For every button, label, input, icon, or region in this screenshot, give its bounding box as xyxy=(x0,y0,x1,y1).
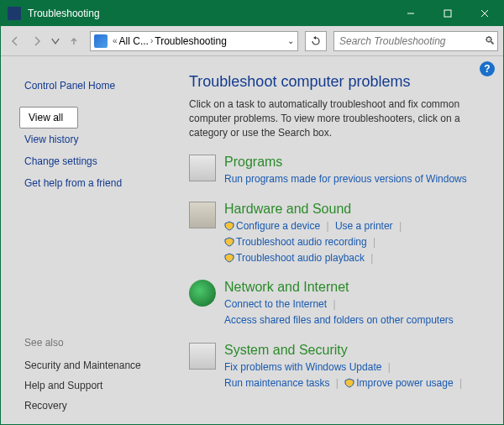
programs-icon xyxy=(189,155,216,181)
control-panel-icon xyxy=(94,34,108,48)
power-usage-link[interactable]: Improve power usage xyxy=(356,377,453,389)
view-history-link[interactable]: View history xyxy=(24,129,169,150)
view-all-link[interactable]: View all xyxy=(19,107,78,129)
titlebar: Troubleshooting xyxy=(1,1,503,26)
search-icon[interactable]: 🔍︎ xyxy=(482,34,497,47)
windows-update-link[interactable]: Fix problems with Windows Update xyxy=(224,361,381,373)
help-support-link[interactable]: Help and Support xyxy=(24,375,169,396)
recovery-link[interactable]: Recovery xyxy=(24,396,169,416)
system-icon xyxy=(189,343,216,370)
close-button[interactable] xyxy=(466,1,503,26)
see-also-label: See also xyxy=(24,337,169,349)
security-maintenance-link[interactable]: Security and Maintenance xyxy=(24,355,169,375)
chevron-right-icon: › xyxy=(150,36,153,45)
shield-icon xyxy=(224,252,234,262)
network-icon xyxy=(189,280,216,307)
search-box[interactable]: 🔍︎ xyxy=(333,31,498,51)
toolbar: « All C... › Troubleshooting ⌄ 🔍︎ xyxy=(1,26,503,56)
breadcrumb-seg2[interactable]: Troubleshooting xyxy=(155,35,227,47)
page-heading: Troubleshoot computer problems xyxy=(189,73,488,91)
main-panel: Troubleshoot computer problems Click on … xyxy=(177,56,503,424)
category-system: System and Security Fix problems with Wi… xyxy=(189,343,488,391)
minimize-button[interactable] xyxy=(392,1,429,26)
category-network: Network and Internet Connect to the Inte… xyxy=(189,280,488,328)
connect-internet-link[interactable]: Connect to the Internet xyxy=(224,298,327,310)
breadcrumb-seg1[interactable]: All C... xyxy=(119,35,149,47)
access-shared-link[interactable]: Access shared files and folders on other… xyxy=(224,314,454,326)
shield-icon xyxy=(224,236,234,246)
configure-device-link[interactable]: Configure a device xyxy=(236,220,320,232)
shield-icon xyxy=(224,220,234,230)
svg-rect-1 xyxy=(444,10,451,17)
control-panel-home-link[interactable]: Control Panel Home xyxy=(24,75,169,97)
get-help-friend-link[interactable]: Get help from a friend xyxy=(24,172,169,194)
change-settings-link[interactable]: Change settings xyxy=(24,150,169,172)
page-intro: Click on a task to automatically trouble… xyxy=(189,97,488,139)
body: ? Control Panel Home View all View histo… xyxy=(1,56,503,424)
search-input[interactable] xyxy=(334,35,482,47)
category-hardware: Hardware and Sound Configure a device | … xyxy=(189,202,488,267)
category-programs: Programs Run programs made for previous … xyxy=(189,155,488,187)
system-heading[interactable]: System and Security xyxy=(224,343,488,358)
chevron-right-icon: « xyxy=(113,36,118,45)
run-previous-versions-link[interactable]: Run programs made for previous versions … xyxy=(224,173,467,185)
programs-heading[interactable]: Programs xyxy=(224,155,488,170)
app-icon xyxy=(8,7,21,20)
maximize-button[interactable] xyxy=(429,1,466,26)
audio-recording-link[interactable]: Troubleshoot audio recording xyxy=(236,236,367,248)
maintenance-tasks-link[interactable]: Run maintenance tasks xyxy=(224,377,329,389)
audio-playback-link[interactable]: Troubleshoot audio playback xyxy=(236,252,365,264)
recent-dropdown[interactable] xyxy=(50,32,61,50)
sidebar: Control Panel Home View all View history… xyxy=(1,56,177,424)
up-button[interactable] xyxy=(65,32,83,50)
use-printer-link[interactable]: Use a printer xyxy=(335,220,393,232)
shield-icon xyxy=(344,377,354,387)
back-button[interactable] xyxy=(6,32,24,50)
refresh-button[interactable] xyxy=(305,31,327,51)
hardware-icon xyxy=(189,202,216,228)
help-icon[interactable]: ? xyxy=(480,61,495,76)
address-bar[interactable]: « All C... › Troubleshooting ⌄ xyxy=(90,31,298,51)
window-title: Troubleshooting xyxy=(26,8,392,19)
forward-button[interactable] xyxy=(28,32,46,50)
window: Troubleshooting « All C... › Troubleshoo… xyxy=(0,0,504,425)
network-heading[interactable]: Network and Internet xyxy=(224,280,488,295)
hardware-heading[interactable]: Hardware and Sound xyxy=(224,202,488,217)
address-dropdown[interactable]: ⌄ xyxy=(284,36,297,45)
